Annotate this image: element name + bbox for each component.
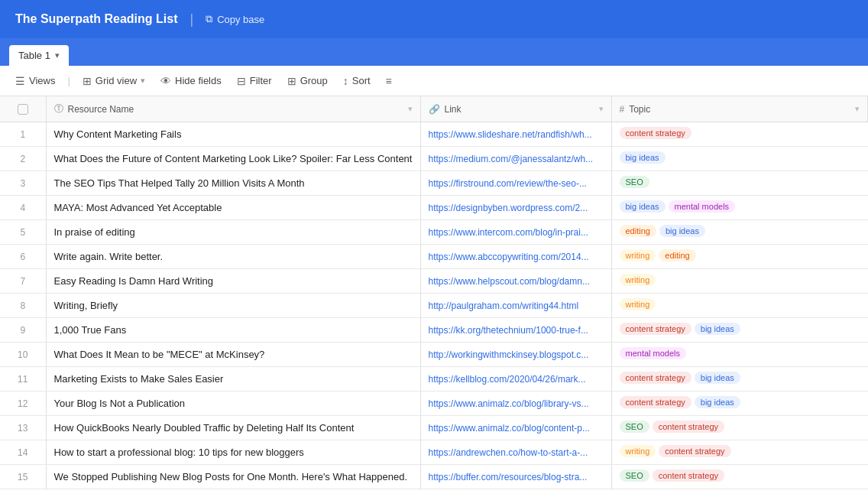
- link-cell[interactable]: https://www.helpscout.com/blog/damn...: [420, 269, 611, 294]
- hide-fields-button[interactable]: 👁 Hide fields: [154, 71, 228, 91]
- link-anchor[interactable]: https://medium.com/@janessalantz/wh...: [429, 154, 594, 164]
- link-anchor[interactable]: https://kk.org/thetechnium/1000-true-f..…: [429, 325, 588, 336]
- sort-button[interactable]: ↕ Sort: [337, 71, 377, 91]
- topic-tag[interactable]: content strategy: [659, 445, 730, 457]
- link-anchor[interactable]: https://www.animalz.co/blog/content-p...: [429, 423, 590, 434]
- link-cell[interactable]: https://www.intercom.com/blog/in-prai...: [420, 220, 611, 245]
- topic-tag[interactable]: SEO: [620, 469, 649, 482]
- col-header-resource[interactable]: Ⓣ Resource Name ▾: [46, 96, 420, 122]
- topic-tag[interactable]: writing: [620, 249, 656, 261]
- tab-table1[interactable]: Table 1 ▾: [9, 45, 69, 66]
- topic-tag[interactable]: SEO: [620, 421, 649, 433]
- topic-tag[interactable]: editing: [659, 249, 695, 261]
- views-button[interactable]: ☰ Views: [9, 71, 61, 91]
- topic-tag[interactable]: content strategy: [620, 127, 691, 139]
- link-cell[interactable]: https://andrewchen.co/how-to-start-a-...: [420, 440, 611, 465]
- topic-tag[interactable]: writing: [620, 445, 656, 457]
- resource-name-cell: Easy Reading Is Damn Hard Writing: [46, 269, 420, 294]
- topic-tag[interactable]: content strategy: [653, 421, 724, 433]
- topic-tag[interactable]: big ideas: [695, 323, 740, 335]
- col-header-topic[interactable]: # Topic ▾: [611, 96, 868, 122]
- link-cell[interactable]: https://www.animalz.co/blog/content-p...: [420, 416, 611, 440]
- select-all-checkbox[interactable]: [18, 104, 28, 115]
- tag-icon: #: [620, 104, 625, 115]
- table-row: 15We Stopped Publishing New Blog Posts f…: [0, 465, 868, 489]
- topic-cell: SEOcontent strategy: [612, 416, 868, 437]
- row-number: 15: [0, 465, 46, 489]
- resource-name-cell: Writing, Briefly: [46, 294, 420, 318]
- link-anchor[interactable]: https://www.slideshare.net/randfish/wh..…: [429, 129, 592, 140]
- table-row: 91,000 True Fanshttps://kk.org/thetechni…: [0, 318, 868, 343]
- topic-tag[interactable]: big ideas: [620, 200, 666, 213]
- link-cell[interactable]: http://workingwithmckinsey.blogspot.c...: [420, 343, 611, 367]
- col-header-link[interactable]: 🔗 Link ▾: [420, 96, 611, 122]
- link-sort-icon: ▾: [599, 104, 604, 114]
- row-number: 2: [0, 147, 46, 171]
- topic-tag[interactable]: writing: [620, 298, 656, 310]
- topic-tag[interactable]: content strategy: [620, 372, 691, 384]
- table-row: 13How QuickBooks Nearly Doubled Traffic …: [0, 416, 868, 440]
- topic-tag[interactable]: mental models: [620, 347, 687, 359]
- link-cell[interactable]: https://buffer.com/resources/blog-stra..…: [420, 465, 611, 489]
- copy-base-button[interactable]: ⧉ Copy base: [206, 13, 264, 25]
- resource-name-cell: Your Blog Is Not a Publication: [46, 391, 420, 416]
- row-height-button[interactable]: ≡: [380, 71, 398, 91]
- link-cell[interactable]: https://firstround.com/review/the-seo-..…: [420, 171, 611, 196]
- topic-tag[interactable]: content strategy: [620, 323, 691, 335]
- filter-button[interactable]: ⊟ Filter: [231, 71, 278, 91]
- topic-cell: writingcontent strategy: [612, 440, 868, 462]
- link-anchor[interactable]: https://www.animalz.co/blog/library-vs..…: [429, 398, 589, 409]
- resource-name-cell: The SEO Tips That Helped Tally 20 Millio…: [46, 171, 420, 196]
- link-cell[interactable]: https://www.slideshare.net/randfish/wh..…: [420, 122, 611, 147]
- header-divider: |: [189, 11, 193, 28]
- app-title: The Superpath Reading List: [15, 12, 177, 26]
- link-anchor[interactable]: https://andrewchen.co/how-to-start-a-...: [429, 447, 588, 458]
- select-all-header[interactable]: [0, 96, 46, 122]
- grid-view-button[interactable]: ⊞ Grid view ▾: [76, 71, 151, 91]
- topic-tag[interactable]: writing: [620, 274, 656, 286]
- row-number: 13: [0, 416, 46, 440]
- topic-tag[interactable]: big ideas: [659, 225, 705, 237]
- table-container: Ⓣ Resource Name ▾ 🔗 Link ▾ # Topic: [0, 96, 868, 497]
- group-button[interactable]: ⊞ Group: [281, 71, 334, 91]
- link-anchor[interactable]: http://paulgraham.com/writing44.html: [429, 300, 579, 311]
- link-anchor[interactable]: https://kellblog.com/2020/04/26/mark...: [429, 374, 586, 385]
- topic-cell: editingbig ideas: [612, 220, 868, 242]
- tab-chevron-icon: ▾: [55, 50, 60, 60]
- resource-name-cell: We Stopped Publishing New Blog Posts for…: [46, 465, 420, 489]
- row-number: 12: [0, 391, 46, 416]
- group-icon: ⊞: [287, 75, 296, 87]
- link-cell[interactable]: http://paulgraham.com/writing44.html: [420, 294, 611, 318]
- topic-tag[interactable]: content strategy: [653, 469, 724, 482]
- link-cell[interactable]: https://designbyben.wordpress.com/2...: [420, 196, 611, 220]
- link-cell[interactable]: https://kellblog.com/2020/04/26/mark...: [420, 367, 611, 391]
- link-cell[interactable]: https://www.animalz.co/blog/library-vs..…: [420, 391, 611, 416]
- topic-cell: big ideasmental models: [612, 196, 868, 217]
- topic-tag[interactable]: SEO: [620, 176, 649, 188]
- topic-tag[interactable]: big ideas: [695, 372, 740, 384]
- topic-tag[interactable]: content strategy: [620, 396, 691, 408]
- toolbar-divider-1: |: [64, 75, 73, 86]
- link-cell[interactable]: https://www.abccopywriting.com/2014...: [420, 245, 611, 269]
- filter-icon: ⊟: [237, 75, 246, 87]
- link-anchor[interactable]: http://workingwithmckinsey.blogspot.c...: [429, 349, 589, 360]
- link-anchor[interactable]: https://www.abccopywriting.com/2014...: [429, 252, 589, 262]
- link-cell[interactable]: https://medium.com/@janessalantz/wh...: [420, 147, 611, 171]
- topic-tag[interactable]: big ideas: [620, 151, 666, 164]
- link-anchor[interactable]: https://www.intercom.com/blog/in-prai...: [429, 227, 588, 238]
- resource-name-cell: 1,000 True Fans: [46, 318, 420, 343]
- table-row: 12Your Blog Is Not a Publicationhttps://…: [0, 391, 868, 416]
- link-anchor[interactable]: https://www.helpscout.com/blog/damn...: [429, 276, 590, 287]
- link-icon: 🔗: [429, 104, 440, 115]
- link-anchor[interactable]: https://buffer.com/resources/blog-stra..…: [429, 472, 588, 482]
- topic-tag[interactable]: mental models: [669, 200, 736, 213]
- topic-cell: content strategybig ideas: [612, 318, 868, 339]
- link-anchor[interactable]: https://designbyben.wordpress.com/2...: [429, 203, 588, 213]
- link-cell[interactable]: https://kk.org/thetechnium/1000-true-f..…: [420, 318, 611, 343]
- table-row: 14How to start a professional blog: 10 t…: [0, 440, 868, 465]
- link-anchor[interactable]: https://firstround.com/review/the-seo-..…: [429, 178, 587, 189]
- topic-tag[interactable]: big ideas: [695, 396, 740, 408]
- views-icon: ☰: [15, 75, 25, 87]
- row-number: 1: [0, 122, 46, 147]
- topic-tag[interactable]: editing: [620, 225, 656, 237]
